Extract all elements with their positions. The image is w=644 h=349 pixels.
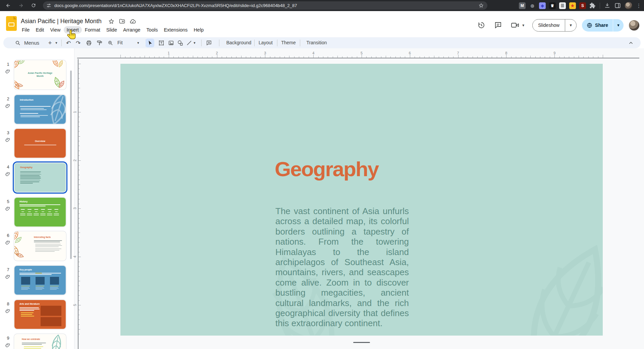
slide-thumbnail-9[interactable]: How we celebrate: [14, 334, 66, 349]
slideshow-dropdown-icon[interactable]: ▼: [565, 19, 576, 31]
filmstrip-scrollbar[interactable]: [70, 70, 72, 259]
menus-search-label[interactable]: Menus: [24, 37, 39, 48]
ruler-number: 3: [73, 207, 77, 209]
text-box-tool[interactable]: [157, 39, 166, 47]
crest-extension-icon[interactable]: ♛: [549, 2, 556, 9]
zoom-button[interactable]: [106, 39, 115, 47]
text-line: [36, 289, 42, 290]
ruler-number: 4: [73, 256, 77, 258]
browser-forward-icon[interactable]: [17, 1, 25, 9]
ruler-tick: [424, 56, 425, 58]
paperclip-icon: [5, 68, 11, 74]
account-avatar[interactable]: [629, 20, 639, 31]
speaker-notes-resize-handle[interactable]: [353, 342, 370, 343]
purple-extension-icon[interactable]: ◆: [539, 2, 546, 9]
zoom-fit-label[interactable]: Fit: [117, 37, 123, 48]
layout-button[interactable]: Layout: [254, 37, 277, 48]
share-dropdown-icon[interactable]: ▼: [613, 19, 624, 32]
new-slide-dropdown-icon[interactable]: ▼: [54, 39, 59, 47]
ruler-tick: [323, 56, 323, 58]
menu-extensions[interactable]: Extensions: [161, 26, 191, 34]
slide-thumbnail-4[interactable]: Geography: [14, 163, 66, 192]
hide-menus-chevron-icon[interactable]: [627, 39, 635, 47]
side-panel-icon[interactable]: [614, 2, 621, 9]
insert-shape-tool[interactable]: [176, 39, 184, 47]
current-slide[interactable]: Geography The vast continent of Asia unf…: [120, 64, 603, 336]
list-extension-icon[interactable]: ☰: [559, 2, 566, 9]
background-button[interactable]: Background: [223, 37, 254, 48]
comments-icon[interactable]: [494, 21, 502, 29]
star-extension-icon[interactable]: ★: [569, 2, 576, 9]
slide-number: 6: [5, 233, 11, 238]
slide-thumbnail-5[interactable]: History: [14, 197, 66, 227]
slide-thumbnail-6[interactable]: Interesting facts: [14, 231, 66, 261]
theme-button[interactable]: Theme: [277, 37, 300, 48]
ruler-tick: [477, 56, 478, 58]
meet-call-control[interactable]: ▼: [511, 21, 525, 29]
slideshow-label[interactable]: Slideshow: [533, 19, 565, 31]
slide-thumbnail-1[interactable]: Asian Pacific Heritage Month: [14, 60, 66, 90]
paint-format-button[interactable]: [95, 39, 104, 47]
bookmark-star-icon[interactable]: [478, 3, 484, 8]
search-menus-icon[interactable]: [13, 39, 22, 47]
ruler-tick: [78, 117, 79, 117]
star-document-icon[interactable]: [108, 18, 115, 25]
slides-logo[interactable]: [6, 16, 17, 31]
extensions-puzzle-icon[interactable]: [589, 2, 596, 9]
ruler-tick: [284, 56, 285, 58]
browser-refresh-icon[interactable]: [30, 1, 38, 9]
slide-thumbnail-7[interactable]: Key people: [14, 265, 66, 295]
ruler-tick: [188, 56, 188, 58]
print-button[interactable]: [85, 39, 93, 47]
address-bar[interactable]: docs.google.com/presentation/d/1nCiUukoN…: [43, 1, 487, 10]
menu-arrange[interactable]: Arrange: [120, 26, 144, 34]
slide-thumbnail-3[interactable]: Overview: [14, 129, 66, 158]
menu-file[interactable]: File: [19, 26, 33, 34]
browser-menu-icon[interactable]: ⋮: [636, 3, 641, 9]
line-dropdown-icon[interactable]: ▼: [192, 39, 197, 47]
slideshow-button[interactable]: Slideshow ▼: [532, 19, 577, 32]
ruler-tick: [159, 56, 159, 58]
share-label[interactable]: Share: [595, 19, 608, 32]
new-slide-button[interactable]: +: [46, 39, 54, 47]
ruler-tick: [78, 199, 79, 199]
gmail-extension-icon[interactable]: M: [519, 2, 526, 9]
insert-comment-tool[interactable]: [205, 39, 213, 47]
slide-thumbnail-8[interactable]: Arts and literature: [14, 300, 66, 329]
s-extension-icon[interactable]: S: [579, 2, 586, 9]
insert-image-tool[interactable]: [167, 39, 175, 47]
menu-tools[interactable]: Tools: [144, 26, 161, 34]
browser-profile-avatar[interactable]: [625, 2, 632, 9]
slide-thumbnail-2[interactable]: Introduction: [14, 95, 66, 124]
ruler-tick: [78, 271, 79, 271]
select-tool[interactable]: [146, 39, 154, 47]
browser-back-icon[interactable]: [4, 1, 12, 9]
menu-slide[interactable]: Slide: [103, 26, 120, 34]
text-line: [21, 287, 29, 288]
menu-edit[interactable]: Edit: [33, 26, 47, 34]
text-line: [19, 309, 40, 309]
move-folder-icon[interactable]: [119, 18, 125, 25]
share-button[interactable]: Share ▼: [582, 19, 624, 32]
menu-format[interactable]: Format: [82, 26, 103, 34]
slide-thumbnail-preview: Overview: [14, 129, 66, 158]
site-settings-icon[interactable]: [46, 3, 51, 8]
cloud-saved-icon[interactable]: [129, 18, 136, 25]
menu-view[interactable]: View: [47, 26, 63, 34]
video-call-icon[interactable]: [511, 21, 520, 29]
zoom-dropdown-icon[interactable]: ▼: [136, 39, 141, 47]
transition-button[interactable]: Transition: [300, 37, 333, 48]
ruler-tick: [366, 56, 367, 58]
slide-title-textbox[interactable]: Geography: [275, 157, 378, 181]
lens-extension-icon[interactable]: ◎: [529, 2, 536, 9]
text-line: [54, 213, 59, 214]
slide-body-textbox[interactable]: The vast continent of Asia unfurls acros…: [275, 206, 409, 329]
chevron-down-icon[interactable]: ▼: [522, 23, 525, 27]
ruler-tick: [78, 252, 79, 252]
download-icon[interactable]: [604, 2, 610, 9]
document-title[interactable]: Asian Pacific | Heritage Month: [21, 18, 102, 25]
pointer-cursor: [66, 29, 78, 41]
thumbnail-slide-title: Arts and literature: [19, 303, 40, 305]
version-history-icon[interactable]: [477, 21, 485, 29]
menu-help[interactable]: Help: [191, 26, 207, 34]
